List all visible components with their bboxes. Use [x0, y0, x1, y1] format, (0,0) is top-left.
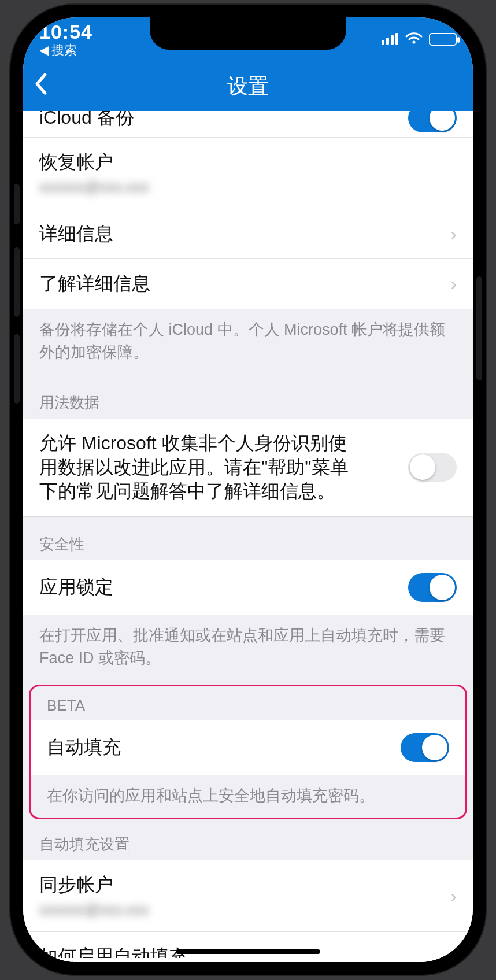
- svg-rect-3: [395, 33, 398, 45]
- phone-side-button: [14, 184, 20, 224]
- row-learn-more[interactable]: 了解详细信息 ›: [23, 259, 473, 309]
- restore-account-label: 恢复帐户: [39, 150, 149, 175]
- chevron-right-icon: ›: [450, 885, 457, 907]
- status-time: 10:54: [39, 22, 92, 42]
- battery-icon: [429, 33, 457, 46]
- nav-back-button[interactable]: [34, 71, 49, 102]
- icloud-backup-label: iCloud 备份: [39, 111, 134, 130]
- row-details[interactable]: 详细信息 ›: [23, 209, 473, 260]
- section-header-security: 安全性: [23, 517, 473, 560]
- back-to-search-link[interactable]: ◀ 搜索: [39, 44, 92, 57]
- app-lock-footer-note: 在打开应用、批准通知或在站点和应用上自动填充时，需要 Face ID 或密码。: [23, 615, 473, 681]
- phone-side-button: [476, 276, 482, 380]
- backup-footer-note: 备份将存储在个人 iCloud 中。个人 Microsoft 帐户将提供额外的加…: [23, 309, 473, 375]
- section-header-usage: 用法数据: [23, 375, 473, 419]
- phone-frame: 10:54 ◀ 搜索: [10, 5, 486, 975]
- page-title: 设置: [227, 72, 269, 101]
- beta-autofill-highlight: BETA 自动填充 在你访问的应用和站点上安全地自动填充密码。: [29, 685, 467, 819]
- phone-side-button: [14, 247, 20, 317]
- app-lock-label: 应用锁定: [39, 575, 113, 600]
- back-to-search-label: 搜索: [51, 44, 77, 57]
- row-restore-account[interactable]: 恢复帐户 xxxxxx@xxx.xxx: [23, 138, 473, 209]
- autofill-footer-note: 在你访问的应用和站点上安全地自动填充密码。: [31, 775, 465, 818]
- svg-rect-2: [391, 35, 394, 45]
- settings-scroll[interactable]: iCloud 备份 恢复帐户 xxxxxx@xxx.xxx 详细信息 › 了解详…: [23, 111, 473, 962]
- restore-account-value: xxxxxx@xxx.xxx: [39, 178, 149, 196]
- sync-account-label: 同步帐户: [39, 873, 149, 897]
- toggle-usage-data[interactable]: [408, 453, 457, 482]
- toggle-autofill[interactable]: [401, 733, 449, 762]
- toggle-app-lock[interactable]: [408, 573, 457, 602]
- row-icloud-backup[interactable]: iCloud 备份: [23, 111, 473, 138]
- home-indicator[interactable]: [176, 949, 320, 954]
- section-header-beta: BETA: [31, 686, 465, 720]
- row-usage-data: 允许 Microsoft 收集非个人身份识别使用数据以改进此应用。请在"帮助"菜…: [23, 419, 473, 517]
- back-caret-icon: ◀: [39, 44, 49, 57]
- row-autofill: 自动填充: [31, 720, 465, 775]
- chevron-right-icon: ›: [450, 272, 457, 295]
- wifi-icon: [405, 30, 423, 49]
- section-header-autofill-settings: 自动填充设置: [23, 824, 473, 860]
- nav-bar: 设置: [23, 61, 473, 111]
- autofill-label: 自动填充: [47, 735, 121, 760]
- cellular-signal-icon: [382, 30, 399, 49]
- sync-account-value: xxxxxx@xxx.xxx: [39, 901, 149, 919]
- toggle-icloud-backup[interactable]: [408, 111, 457, 132]
- phone-side-button: [14, 334, 20, 404]
- svg-rect-1: [386, 38, 389, 45]
- svg-rect-0: [382, 40, 384, 45]
- row-how-enable-autofill[interactable]: 如何启用自动填充 ›: [23, 932, 473, 962]
- learn-more-label: 了解详细信息: [39, 272, 150, 296]
- phone-notch: [150, 17, 346, 50]
- chevron-right-icon: ›: [450, 945, 457, 962]
- row-sync-account[interactable]: 同步帐户 xxxxxx@xxx.xxx ›: [23, 860, 473, 932]
- chevron-right-icon: ›: [450, 223, 457, 245]
- row-app-lock: 应用锁定: [23, 560, 473, 615]
- svg-point-4: [412, 40, 415, 43]
- details-label: 详细信息: [39, 222, 113, 246]
- usage-data-text: 允许 Microsoft 收集非个人身份识别使用数据以改进此应用。请在"帮助"菜…: [39, 431, 363, 504]
